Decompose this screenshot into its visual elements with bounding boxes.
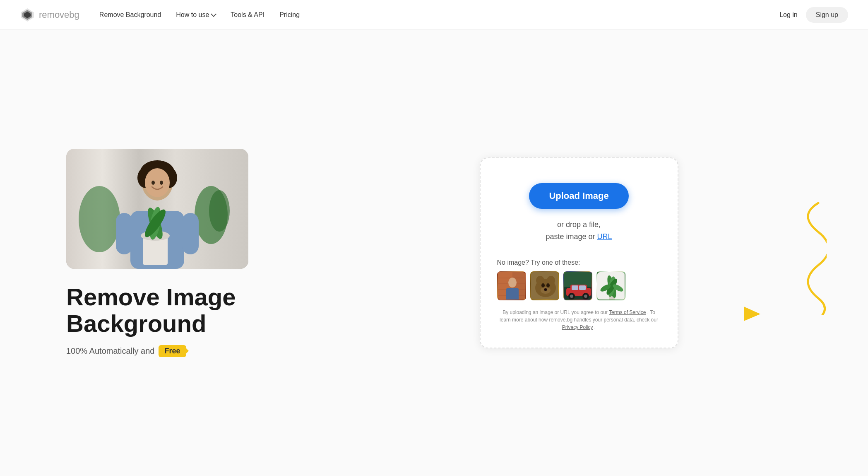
sample-thumb-person[interactable] [497, 271, 526, 300]
nav-how-to-use[interactable]: How to use [176, 11, 216, 19]
squiggle-decoration [793, 199, 827, 315]
main-nav: removebg Remove Background How to use To… [0, 0, 868, 30]
sample-thumb-car[interactable] [563, 271, 592, 300]
signup-button[interactable]: Sign up [806, 7, 848, 23]
svg-point-11 [145, 168, 170, 197]
svg-point-6 [79, 186, 120, 252]
nav-tools-api[interactable]: Tools & API [231, 11, 264, 19]
hero-title: Remove Image Background [66, 284, 323, 337]
sample-thumb-bear[interactable] [530, 271, 559, 300]
nav-right: Log in Sign up [779, 7, 848, 23]
hero-left: Remove Image Background 100% Automatical… [66, 149, 323, 357]
logo-icon [20, 7, 35, 22]
no-image-text: No image? Try one of these: [497, 259, 661, 266]
sample-row: No image? Try one of these: [497, 259, 661, 300]
drop-text: or drop a file, paste image or URL [546, 219, 612, 243]
terms-note: By uploading an image or URL you agree t… [497, 309, 661, 331]
terms-link[interactable]: Terms of Service [609, 309, 646, 315]
svg-point-36 [541, 283, 545, 288]
svg-point-47 [570, 295, 573, 298]
hero-person-svg [66, 149, 248, 269]
nav-pricing[interactable]: Pricing [279, 11, 300, 19]
logo-text: removebg [39, 10, 79, 20]
svg-point-37 [546, 283, 550, 288]
svg-marker-22 [744, 307, 760, 321]
upload-card: Upload Image or drop a file, paste image… [480, 157, 678, 349]
svg-rect-43 [572, 285, 578, 290]
svg-rect-44 [579, 285, 586, 290]
svg-point-48 [584, 295, 587, 298]
svg-rect-14 [182, 213, 199, 254]
nav-links: Remove Background How to use Tools & API… [99, 11, 779, 19]
svg-point-20 [151, 181, 155, 185]
sample-thumb-plant[interactable] [596, 271, 625, 300]
privacy-link[interactable]: Privacy Policy [562, 324, 593, 330]
hero-section: Remove Image Background 100% Automatical… [0, 30, 868, 476]
url-link[interactable]: URL [597, 232, 612, 241]
svg-point-29 [508, 278, 517, 288]
hero-image [66, 149, 248, 269]
hero-subtitle: 100% Automatically and Free [66, 345, 323, 357]
svg-rect-30 [506, 288, 519, 300]
triangle-decoration [744, 307, 760, 321]
login-button[interactable]: Log in [779, 11, 798, 19]
upload-image-button[interactable]: Upload Image [529, 183, 628, 209]
svg-point-38 [544, 288, 547, 291]
svg-point-5 [209, 190, 230, 232]
how-to-use-chevron-icon [211, 11, 216, 17]
nav-remove-background[interactable]: Remove Background [99, 11, 161, 19]
free-badge: Free [159, 345, 186, 357]
hero-right: Upload Image or drop a file, paste image… [323, 157, 835, 349]
logo[interactable]: removebg [20, 7, 79, 22]
hero-placeholder-image [66, 149, 248, 269]
svg-point-21 [160, 181, 163, 185]
svg-rect-13 [116, 213, 132, 254]
sample-images [497, 271, 661, 300]
